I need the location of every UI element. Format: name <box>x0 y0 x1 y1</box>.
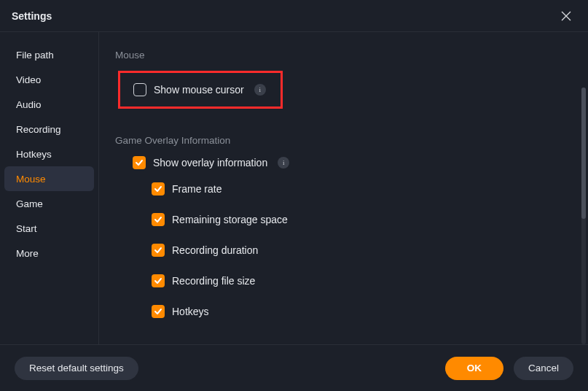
sidebar-item-label: File path <box>16 50 54 61</box>
checkbox-overlay-sub[interactable] <box>152 274 165 287</box>
sidebar-item-more[interactable]: More <box>4 241 94 266</box>
window-title: Settings <box>12 10 52 22</box>
settings-content: Mouse Show mouse cursor i Game Overlay I… <box>99 32 588 344</box>
label-show-overlay: Show overlay information <box>153 157 267 169</box>
overlay-sub-option: Hotkeys <box>152 305 571 318</box>
sidebar-item-audio[interactable]: Audio <box>4 92 94 117</box>
sidebar-item-label: More <box>16 248 39 259</box>
sidebar-item-start[interactable]: Start <box>4 216 94 241</box>
label-overlay-sub: Remaining storage space <box>172 214 288 225</box>
sidebar-item-file-path[interactable]: File path <box>4 42 94 67</box>
scrollbar-thumb[interactable] <box>581 88 586 219</box>
sidebar-item-label: Audio <box>16 99 42 110</box>
sidebar-item-label: Recording <box>16 124 61 135</box>
label-overlay-sub: Recording duration <box>172 244 258 256</box>
info-icon[interactable]: i <box>254 84 266 96</box>
label-overlay-sub: Frame rate <box>172 183 222 195</box>
sidebar-item-label: Hotkeys <box>16 149 52 160</box>
cancel-button[interactable]: Cancel <box>514 357 573 380</box>
label-show-mouse-cursor: Show mouse cursor <box>154 84 244 96</box>
overlay-sub-option: Frame rate <box>152 182 571 196</box>
titlebar: Settings <box>0 0 588 32</box>
reset-defaults-button[interactable]: Reset default settings <box>15 357 138 380</box>
sidebar-item-recording[interactable]: Recording <box>4 117 94 142</box>
overlay-sub-option: Remaining storage space <box>152 213 571 226</box>
sidebar-item-label: Start <box>16 223 37 234</box>
option-show-overlay: Show overlay information i <box>133 156 571 169</box>
section-title-overlay: Game Overlay Information <box>115 135 571 146</box>
checkbox-show-mouse-cursor[interactable] <box>133 83 146 96</box>
checkbox-overlay-sub[interactable] <box>152 244 165 257</box>
sidebar-item-game[interactable]: Game <box>4 191 94 216</box>
sidebar-item-mouse[interactable]: Mouse <box>4 166 94 191</box>
checkbox-overlay-sub[interactable] <box>152 213 165 226</box>
sidebar-item-hotkeys[interactable]: Hotkeys <box>4 142 94 166</box>
overlay-sub-option: Recording file size <box>152 274 571 287</box>
sidebar-item-label: Game <box>16 198 43 209</box>
label-overlay-sub: Recording file size <box>172 275 255 287</box>
highlighted-show-mouse-cursor: Show mouse cursor i <box>118 71 283 109</box>
checkbox-overlay-sub[interactable] <box>152 182 165 196</box>
section-title-mouse: Mouse <box>115 50 571 61</box>
label-overlay-sub: Hotkeys <box>172 306 209 317</box>
sidebar: File pathVideoAudioRecordingHotkeysMouse… <box>0 32 99 344</box>
close-icon <box>561 11 571 21</box>
footer: Reset default settings OK Cancel <box>0 344 588 391</box>
sidebar-item-label: Mouse <box>16 174 46 185</box>
ok-button[interactable]: OK <box>445 357 503 380</box>
sidebar-item-video[interactable]: Video <box>4 67 94 92</box>
close-button[interactable] <box>556 6 576 26</box>
scrollbar-track[interactable] <box>581 88 586 344</box>
sidebar-item-label: Video <box>16 74 41 85</box>
checkbox-overlay-sub[interactable] <box>152 305 165 318</box>
overlay-sub-option: Recording duration <box>152 244 571 257</box>
info-icon[interactable]: i <box>278 157 289 169</box>
checkbox-show-overlay[interactable] <box>133 156 146 169</box>
